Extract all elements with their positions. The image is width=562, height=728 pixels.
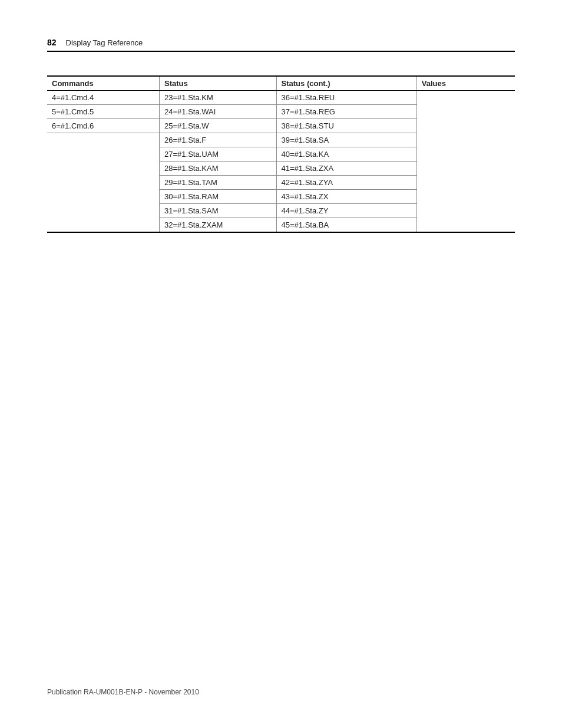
publication-footer: Publication RA-UM001B-EN-P - November 20… [47,688,199,696]
cell-status-cont: 36=#1.Sta.REU [276,91,416,105]
cell-commands [47,176,160,190]
cell-commands [47,162,160,176]
cell-commands: 5=#1.Cmd.5 [47,105,160,119]
cell-commands [47,218,160,233]
running-head: 82 Display Tag Reference [47,38,515,52]
cell-status-cont: 44=#1.Sta.ZY [276,204,416,218]
cell-values [416,105,515,119]
cell-values [416,162,515,176]
cell-status: 30=#1.Sta.RAM [160,190,277,204]
cell-status: 26=#1.Sta.F [160,133,277,147]
cell-status-cont: 39=#1.Sta.SA [276,133,416,147]
cell-status-cont: 43=#1.Sta.ZX [276,190,416,204]
cell-values [416,133,515,147]
table-row: 30=#1.Sta.RAM 43=#1.Sta.ZX [47,190,515,204]
cell-status: 29=#1.Sta.TAM [160,176,277,190]
table-row: 4=#1.Cmd.4 23=#1.Sta.KM 36=#1.Sta.REU [47,91,515,105]
cell-values [416,176,515,190]
cell-status-cont: 42=#1.Sta.ZYA [276,176,416,190]
table-row: 31=#1.Sta.SAM 44=#1.Sta.ZY [47,204,515,218]
col-header-values: Values [416,76,515,91]
section-title: Display Tag Reference [66,38,143,47]
table-row: 28=#1.Sta.KAM 41=#1.Sta.ZXA [47,162,515,176]
cell-values [416,218,515,233]
cell-values [416,91,515,105]
cell-status: 28=#1.Sta.KAM [160,162,277,176]
cell-status: 32=#1.Sta.ZXAM [160,218,277,233]
cell-status-cont: 45=#1.Sta.BA [276,218,416,233]
cell-status: 24=#1.Sta.WAI [160,105,277,119]
col-header-status-cont: Status (cont.) [276,76,416,91]
col-header-commands: Commands [47,76,160,91]
cell-commands [47,133,160,147]
table-row: 27=#1.Sta.UAM 40=#1.Sta.KA [47,147,515,162]
cell-status: 27=#1.Sta.UAM [160,147,277,162]
cell-status-cont: 37=#1.Sta.REG [276,105,416,119]
cell-status: 23=#1.Sta.KM [160,91,277,105]
table-row: 6=#1.Cmd.6 25=#1.Sta.W 38=#1.Sta.STU [47,119,515,133]
cell-commands: 4=#1.Cmd.4 [47,91,160,105]
table-row: 5=#1.Cmd.5 24=#1.Sta.WAI 37=#1.Sta.REG [47,105,515,119]
tag-reference-table: Commands Status Status (cont.) Values 4=… [47,75,515,233]
cell-values [416,147,515,162]
table-header-row: Commands Status Status (cont.) Values [47,76,515,91]
table-row: 32=#1.Sta.ZXAM 45=#1.Sta.BA [47,218,515,233]
table-row: 26=#1.Sta.F 39=#1.Sta.SA [47,133,515,147]
cell-values [416,190,515,204]
cell-commands [47,147,160,162]
table-row: 29=#1.Sta.TAM 42=#1.Sta.ZYA [47,176,515,190]
cell-commands: 6=#1.Cmd.6 [47,119,160,133]
cell-status-cont: 38=#1.Sta.STU [276,119,416,133]
cell-status-cont: 40=#1.Sta.KA [276,147,416,162]
cell-status-cont: 41=#1.Sta.ZXA [276,162,416,176]
col-header-status: Status [160,76,277,91]
cell-status: 25=#1.Sta.W [160,119,277,133]
cell-commands [47,190,160,204]
cell-values [416,119,515,133]
cell-values [416,204,515,218]
page-number: 82 [47,38,57,47]
cell-status: 31=#1.Sta.SAM [160,204,277,218]
cell-commands [47,204,160,218]
